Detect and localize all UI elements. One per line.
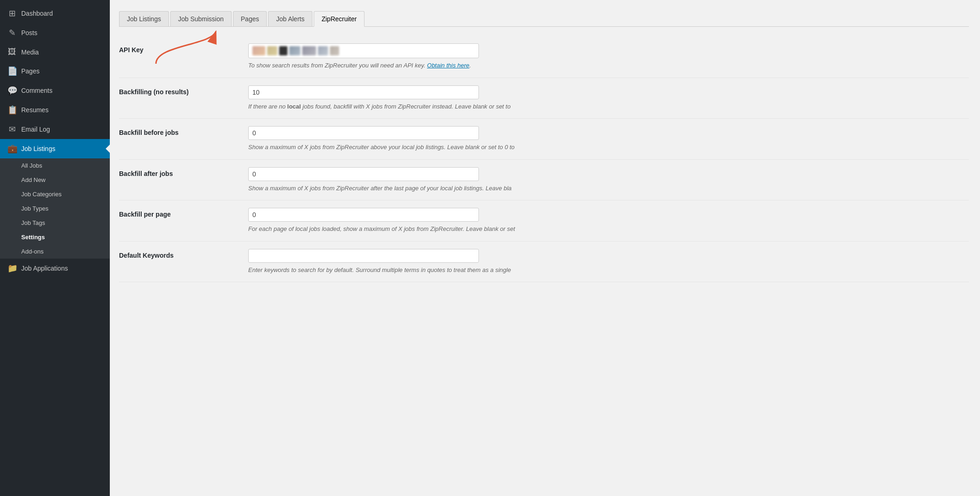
job-applications-icon: 📁 (7, 263, 17, 273)
resumes-icon: 📋 (7, 105, 17, 115)
email-icon: ✉ (7, 124, 17, 134)
sidebar-item-pages[interactable]: 📄 Pages (0, 61, 110, 81)
sidebar-item-add-ons[interactable]: Add-ons (0, 244, 110, 259)
sidebar-item-label: Posts (21, 29, 37, 36)
sidebar-item-comments[interactable]: 💬 Comments (0, 81, 110, 100)
posts-icon: ✎ (7, 28, 17, 38)
backfill-before-label: Backfill before jobs (119, 126, 248, 136)
settings-tabs: Job Listings Job Submission Pages Job Al… (119, 11, 969, 27)
sidebar-item-dashboard[interactable]: ⊞ Dashboard (0, 4, 110, 23)
backfilling-input[interactable] (248, 85, 479, 99)
sidebar-item-label: Resumes (21, 106, 48, 114)
tab-job-alerts[interactable]: Job Alerts (268, 11, 312, 26)
backfill-after-row: Backfill after jobs Show a maximum of X … (119, 160, 969, 201)
tab-job-submission[interactable]: Job Submission (170, 11, 232, 26)
default-keywords-description: Enter keywords to search for by default.… (248, 266, 571, 275)
sidebar-item-label: Email Log (21, 126, 50, 133)
sidebar-item-label: Job Listings (21, 145, 55, 152)
api-key-field: To show search results from ZipRecruiter… (248, 43, 969, 70)
default-keywords-label: Default Keywords (119, 249, 248, 259)
sidebar-item-posts[interactable]: ✎ Posts (0, 23, 110, 42)
comments-icon: 💬 (7, 85, 17, 96)
sidebar-item-label: Dashboard (21, 10, 53, 17)
backfill-before-field: Show a maximum of X jobs from ZipRecruit… (248, 126, 969, 152)
backfilling-field: If there are no local jobs found, backfi… (248, 85, 969, 111)
sidebar-item-resumes[interactable]: 📋 Resumes (0, 100, 110, 120)
sidebar-item-label: Job Applications (21, 265, 68, 272)
backfill-per-page-label: Backfill per page (119, 208, 248, 218)
media-icon: 🖼 (7, 47, 17, 57)
backfill-per-page-input[interactable] (248, 208, 479, 222)
sidebar-item-email-log[interactable]: ✉ Email Log (0, 120, 110, 139)
sidebar-item-job-types[interactable]: Job Types (0, 201, 110, 216)
sidebar-item-settings[interactable]: Settings (0, 230, 110, 244)
backfill-per-page-field: For each page of local jobs loaded, show… (248, 208, 969, 234)
backfill-before-description: Show a maximum of X jobs from ZipRecruit… (248, 143, 571, 152)
backfilling-row: Backfilling (no results) If there are no… (119, 78, 969, 119)
backfill-before-input[interactable] (248, 126, 479, 140)
sidebar-item-job-tags[interactable]: Job Tags (0, 216, 110, 230)
default-keywords-field: Enter keywords to search for by default.… (248, 249, 969, 275)
default-keywords-row: Default Keywords Enter keywords to searc… (119, 242, 969, 283)
sidebar-nav: ⊞ Dashboard ✎ Posts 🖼 Media 📄 Pages 💬 Co… (0, 0, 110, 278)
sidebar: ⊞ Dashboard ✎ Posts 🖼 Media 📄 Pages 💬 Co… (0, 0, 110, 496)
sidebar-item-add-new[interactable]: Add New (0, 173, 110, 187)
sidebar-item-label: Pages (21, 67, 40, 75)
backfilling-description: If there are no local jobs found, backfi… (248, 102, 571, 111)
default-keywords-input[interactable] (248, 249, 479, 263)
settings-form: API Key (119, 36, 969, 282)
sidebar-item-media[interactable]: 🖼 Media (0, 42, 110, 61)
api-key-label: API Key (119, 43, 248, 54)
backfill-after-description: Show a maximum of X jobs from ZipRecruit… (248, 184, 571, 193)
sidebar-item-job-applications[interactable]: 📁 Job Applications (0, 259, 110, 278)
pages-icon: 📄 (7, 66, 17, 76)
api-key-description: To show search results from ZipRecruiter… (248, 61, 571, 70)
api-key-input-visual[interactable] (248, 43, 479, 58)
backfill-per-page-row: Backfill per page For each page of local… (119, 200, 969, 242)
backfill-after-input[interactable] (248, 167, 479, 181)
dashboard-icon: ⊞ (7, 8, 17, 18)
backfilling-label: Backfilling (no results) (119, 85, 248, 96)
sidebar-submenu-job-listings: All Jobs Add New Job Categories Job Type… (0, 158, 110, 259)
tab-pages[interactable]: Pages (233, 11, 267, 26)
sidebar-item-label: Media (21, 48, 39, 56)
sidebar-item-job-listings[interactable]: 💼 Job Listings (0, 139, 110, 158)
backfill-after-field: Show a maximum of X jobs from ZipRecruit… (248, 167, 969, 193)
backfill-before-row: Backfill before jobs Show a maximum of X… (119, 119, 969, 160)
job-listings-icon: 💼 (7, 144, 17, 154)
api-key-row: API Key (119, 36, 969, 78)
sidebar-item-all-jobs[interactable]: All Jobs (0, 158, 110, 173)
tab-job-listings[interactable]: Job Listings (119, 11, 169, 26)
tab-ziprecruiter[interactable]: ZipRecruiter (314, 11, 365, 27)
backfill-after-label: Backfill after jobs (119, 167, 248, 177)
sidebar-item-label: Comments (21, 87, 53, 94)
obtain-api-key-link[interactable]: Obtain this here (427, 62, 470, 69)
main-content: Job Listings Job Submission Pages Job Al… (110, 0, 980, 496)
backfill-per-page-description: For each page of local jobs loaded, show… (248, 224, 571, 234)
sidebar-item-job-categories[interactable]: Job Categories (0, 187, 110, 201)
